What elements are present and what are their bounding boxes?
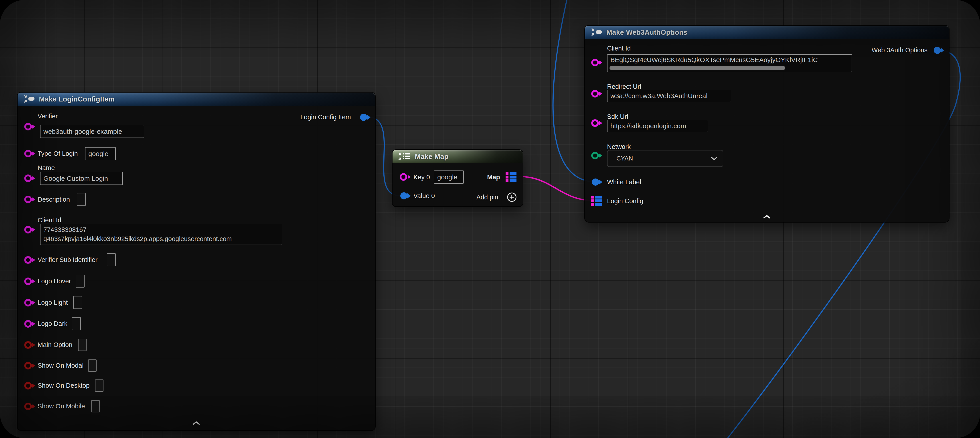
make-struct-icon bbox=[590, 28, 603, 37]
wire-map-to-loginconfig[interactable] bbox=[519, 177, 594, 201]
logo-dark-input[interactable] bbox=[72, 317, 81, 330]
node-title: Make Web3AuthOptions bbox=[606, 29, 687, 37]
redirect-url-input[interactable]: w3a://com.w3a.Web3AuthUnreal bbox=[607, 90, 731, 102]
pin-label-client-id: Client Id bbox=[607, 45, 631, 52]
pin-label-logo-dark: Logo Dark bbox=[38, 320, 67, 327]
node-header[interactable]: Make Map bbox=[393, 150, 523, 163]
pin-login-config-item-output[interactable] bbox=[359, 112, 372, 122]
pin-label-show-on-modal: Show On Modal bbox=[38, 362, 83, 369]
show-on-mobile-checkbox[interactable] bbox=[91, 400, 100, 413]
pin-label-main-option: Main Option bbox=[38, 341, 72, 349]
pin-label-logo-hover: Logo Hover bbox=[38, 277, 71, 285]
logo-hover-input[interactable] bbox=[76, 275, 84, 288]
pin-network[interactable] bbox=[591, 151, 603, 160]
show-on-desktop-checkbox[interactable] bbox=[95, 379, 103, 392]
make-map-icon bbox=[398, 152, 411, 162]
show-on-modal-checkbox[interactable] bbox=[88, 360, 97, 372]
pin-show-on-desktop[interactable] bbox=[24, 381, 36, 390]
name-input[interactable]: Google Custom Login bbox=[40, 172, 123, 185]
node-make-map[interactable]: Make Map Key 0 google Map Value 0 Add pi… bbox=[393, 150, 523, 206]
plus-circle-icon[interactable] bbox=[506, 192, 517, 202]
add-pin-label: Add pin bbox=[476, 194, 498, 201]
client-id-input[interactable]: BEglQSgt4cUWcj6SKRdu5QkOXTsePmMcusG5EAoy… bbox=[607, 54, 852, 72]
pin-label-login-config: Login Config bbox=[607, 197, 643, 205]
pin-client-id[interactable] bbox=[24, 225, 36, 234]
pin-label-show-on-desktop: Show On Desktop bbox=[38, 382, 90, 389]
node-title: Make Map bbox=[415, 153, 449, 161]
sdk-url-input[interactable]: https://sdk.openlogin.com bbox=[607, 120, 708, 132]
horizontal-scrollbar[interactable] bbox=[609, 66, 785, 70]
pin-label-key-0: Key 0 bbox=[414, 174, 430, 181]
pin-main-option[interactable] bbox=[24, 340, 36, 350]
pin-label-verifier-sub-identifier: Verifier Sub Identifier bbox=[38, 256, 97, 263]
description-input[interactable] bbox=[77, 193, 86, 206]
pin-key-0[interactable] bbox=[399, 172, 412, 182]
pin-logo-light[interactable] bbox=[24, 298, 36, 307]
verifier-input[interactable]: web3auth-google-example bbox=[40, 125, 144, 138]
pin-value-0[interactable] bbox=[399, 191, 412, 201]
client-id-text: BEglQSgt4cUWcj6SKRdu5QkOXTsePmMcusG5EAoy… bbox=[610, 56, 818, 64]
node-title: Make LoginConfigItem bbox=[39, 95, 115, 103]
network-selected-value: CYAN bbox=[616, 155, 633, 162]
pin-sdk-url[interactable] bbox=[591, 118, 603, 128]
output-pin-label: Login Config Item bbox=[301, 113, 351, 121]
pin-label-description: Description bbox=[38, 196, 70, 203]
type-of-login-input[interactable]: google bbox=[85, 147, 116, 160]
logo-light-input[interactable] bbox=[73, 296, 82, 309]
node-header[interactable]: Make Web3AuthOptions bbox=[585, 26, 949, 39]
pin-label-verifier: Verifier bbox=[38, 113, 57, 120]
pin-label-network: Network bbox=[607, 143, 631, 150]
pin-show-on-mobile[interactable] bbox=[24, 402, 36, 411]
pin-label-client-id: Client Id bbox=[38, 217, 61, 224]
pin-label-white-label: White Label bbox=[607, 178, 641, 186]
pin-label-show-on-mobile: Show On Mobile bbox=[38, 403, 85, 410]
output-pin-label: Web 3Auth Options bbox=[872, 46, 928, 54]
pin-logo-hover[interactable] bbox=[24, 277, 36, 286]
node-make-loginconfigitem[interactable]: Make LoginConfigItem Login Config Item V… bbox=[18, 92, 375, 430]
pin-client-id[interactable] bbox=[591, 58, 603, 67]
pin-label-redirect-url: Redirect Url bbox=[607, 83, 641, 90]
pin-login-config[interactable] bbox=[591, 196, 602, 207]
pin-web3auth-options-output[interactable] bbox=[932, 45, 945, 55]
node-make-web3authoptions[interactable]: Make Web3AuthOptions Web 3Auth Options C… bbox=[585, 26, 949, 222]
client-id-line1: 774338308167- bbox=[43, 225, 279, 234]
pin-show-on-modal[interactable] bbox=[24, 361, 36, 370]
client-id-input[interactable]: 774338308167- q463s7kpvja16l4l0kko3nb925… bbox=[40, 224, 282, 245]
pin-label-sdk-url: Sdk Url bbox=[607, 113, 628, 120]
client-id-line2: q463s7kpvja16l4l0kko3nb925ikds2p.apps.go… bbox=[43, 234, 279, 244]
pin-label-value-0: Value 0 bbox=[414, 192, 435, 200]
make-struct-icon bbox=[23, 94, 35, 104]
pin-map-output[interactable] bbox=[506, 172, 517, 183]
chevron-up-icon[interactable] bbox=[762, 214, 771, 219]
node-header[interactable]: Make LoginConfigItem bbox=[18, 92, 375, 106]
pin-white-label[interactable] bbox=[591, 177, 604, 187]
pin-redirect-url[interactable] bbox=[591, 89, 603, 99]
network-dropdown[interactable]: CYAN bbox=[607, 150, 723, 167]
chevron-up-icon[interactable] bbox=[192, 420, 201, 425]
pin-name[interactable] bbox=[24, 174, 36, 183]
pin-description[interactable] bbox=[24, 195, 36, 204]
pin-logo-dark[interactable] bbox=[24, 319, 36, 328]
blueprint-graph-canvas[interactable]: Make LoginConfigItem Login Config Item V… bbox=[0, 0, 980, 438]
pin-label-type-of-login: Type Of Login bbox=[38, 150, 78, 157]
chevron-down-icon bbox=[710, 156, 718, 161]
output-pin-label-map: Map bbox=[487, 174, 500, 181]
pin-label-name: Name bbox=[38, 164, 55, 172]
key-0-input[interactable]: google bbox=[434, 170, 464, 184]
pin-type-of-login[interactable] bbox=[24, 149, 36, 158]
verifier-sub-identifier-input[interactable] bbox=[107, 253, 116, 266]
pin-verifier[interactable] bbox=[24, 122, 36, 131]
pin-label-logo-light: Logo Light bbox=[38, 299, 68, 306]
main-option-checkbox[interactable] bbox=[78, 339, 87, 351]
pin-verifier-sub-identifier[interactable] bbox=[24, 255, 36, 264]
